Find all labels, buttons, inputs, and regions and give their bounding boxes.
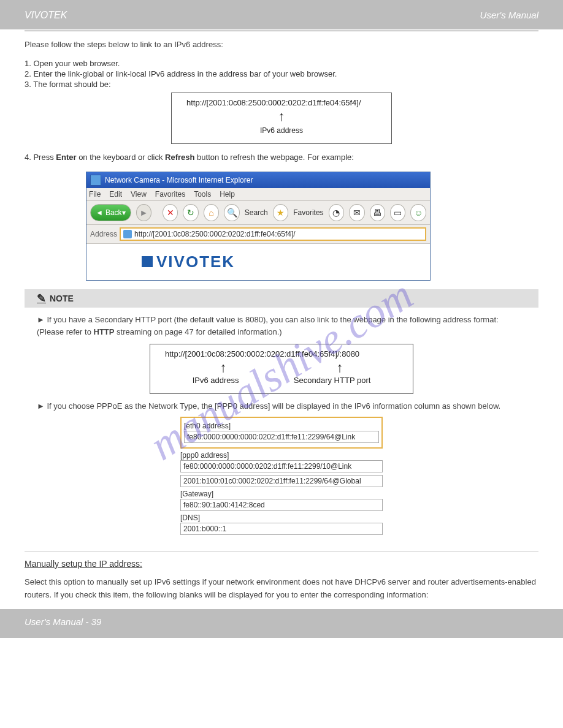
ie-app-icon [90,175,101,186]
note-lead-2: ► If you choose PPPoE as the Network Typ… [37,400,526,413]
ie-page-icon [123,230,132,238]
edit-icon[interactable]: ▭ [390,204,405,221]
menu-favorites[interactable]: Favorites [155,190,185,199]
ppp0-label: [ppp0 address] [180,451,383,460]
step-4: 4. Press Enter on the keyboard or click … [25,151,538,164]
ie-toolbar: ◄Back ▾ ► ✕ ↻ ⌂ 🔍 Search ★ Favorites ◔ ✉… [86,201,430,225]
logo-mark-icon [142,256,153,267]
ppp0-value-a: fe80:0000:0000:0000:0202:d1ff:fe11:2299/… [180,460,383,472]
gateway-label: [Gateway] [180,490,383,498]
menu-file[interactable]: File [89,190,101,199]
ipv6-sub-left: IPv6 address [193,376,239,385]
home-icon[interactable]: ⌂ [204,204,219,221]
history-icon[interactable]: ◔ [329,204,344,221]
favorites-label: Favorites [293,208,323,217]
ie-window-title: Network Camera - Microsoft Internet Expl… [105,176,253,184]
gateway-value: fe80::90:1a00:4142:8ced [180,499,383,511]
step-2: 2. Enter the link-global or link-local I… [25,69,538,78]
note-body: ► If you have a Secondary HTTP port (the… [25,308,538,547]
pencil-icon: ✎ [37,292,46,305]
menu-edit[interactable]: Edit [109,190,122,199]
step-1: 1. Open your web browser. [25,59,538,68]
ie-window: Network Camera - Microsoft Internet Expl… [86,172,431,281]
favorites-icon[interactable]: ★ [273,204,288,221]
intro-text: Please follow the steps below to link to… [25,39,538,51]
manual-ip-heading: Manually setup the IP address: [25,559,538,569]
manual-ip-text: Select this option to manually set up IP… [25,576,538,602]
messenger-icon[interactable]: ☺ [410,204,426,221]
ie-menubar[interactable]: File Edit View Favorites Tools Help [86,188,430,201]
header-bar: VIVOTEK User's Manual [0,0,563,29]
ppp0-value-b: 2001:b100:01c0:0002:0202:d1ff:fe11:2299/… [180,475,383,487]
step-3: 3. The format should be: [25,80,538,89]
ipv6-sub-label: IPv6 address [260,126,303,135]
eth0-value: fe80:0000:0000:0000:0202:d1ff:fe11:2299/… [184,431,379,443]
ie-titlebar: Network Camera - Microsoft Internet Expl… [86,172,430,188]
doc-title: User's Manual [480,10,538,20]
address-value: http://[2001:0c08:2500:0002:0202:d1ff:fe… [134,230,296,238]
stop-icon[interactable]: ✕ [163,204,178,221]
search-icon[interactable]: 🔍 [224,204,239,221]
menu-view[interactable]: View [131,190,147,199]
ipv6-url-line: http://[2001:0c08:2500:0002:0202:d1ff:fe… [186,98,377,107]
note-header: ✎ NOTE [25,289,538,308]
dns-value: 2001:b000::1 [180,523,383,535]
ie-viewport: VIVOTEK [86,244,430,280]
up-arrow-icon: ↑ [220,360,227,376]
menu-tools[interactable]: Tools [194,190,211,199]
ie-address-bar: Address http://[2001:0c08:2500:0002:0202… [86,225,430,244]
ipv6-url-line-2: http://[2001:0c08:2500:0002:0202:d1ff:fe… [165,349,398,358]
footer-bar: User's Manual - 39 [0,609,563,638]
address-input[interactable]: http://[2001:0c08:2500:0002:0202:d1ff:fe… [120,227,426,241]
dns-label: [DNS] [180,514,383,522]
footer-left: User's Manual - 39 [25,616,101,627]
note-label: NOTE [50,294,74,303]
ipv6-url-example-1: http://[2001:0c08:2500:0002:0202:d1ff:fe… [171,93,392,144]
address-label: Address [90,230,117,238]
header-rule [25,31,538,31]
print-icon[interactable]: 🖶 [370,204,385,221]
up-arrow-icon: ↑ [337,360,343,376]
mail-icon[interactable]: ✉ [349,204,364,221]
ipv6-sub-right: Secondary HTTP port [294,376,370,385]
eth0-label: [eth0 address] [184,422,379,430]
up-arrow-icon: ↑ [278,108,285,124]
brand-title: VIVOTEK [25,10,67,21]
ipv6-url-example-2: http://[2001:0c08:2500:0002:0202:d1ff:fe… [150,344,413,394]
ipv6-info-panel: [eth0 address] fe80:0000:0000:0000:0202:… [180,417,383,535]
vivotek-logo: VIVOTEK [142,252,375,271]
section-divider [25,551,538,552]
refresh-icon[interactable]: ↻ [183,204,198,221]
back-button[interactable]: ◄Back ▾ [90,204,131,221]
menu-help[interactable]: Help [220,190,235,199]
forward-button[interactable]: ► [136,204,151,221]
search-label: Search [245,208,268,217]
